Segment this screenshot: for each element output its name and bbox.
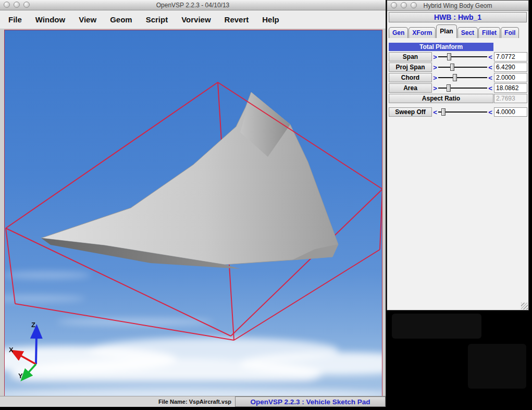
menu-vorview[interactable]: Vorview: [181, 15, 211, 24]
minimize-button[interactable]: [14, 2, 20, 8]
close-button[interactable]: [391, 2, 397, 8]
proj-span-slider[interactable]: [438, 63, 487, 71]
sweep-off-value-field[interactable]: [494, 107, 527, 117]
file-name-label: File Name: VspAircraft.vsp: [0, 396, 235, 407]
zoom-button[interactable]: [23, 2, 30, 8]
tab-sect[interactable]: Sect: [457, 27, 478, 38]
chord-label: Chord: [389, 73, 432, 82]
proj-span-increment-button[interactable]: <: [487, 64, 493, 71]
tab-bar: Gen XForm Plan Sect Fillet Foil: [389, 25, 528, 38]
area-decrement-button[interactable]: >: [432, 84, 438, 92]
minimize-button[interactable]: [401, 2, 407, 8]
menu-script[interactable]: Script: [146, 15, 168, 24]
main-window-title: OpenVSP 2.2.3 - 04/10/13: [0, 2, 386, 9]
planform-row-area: Area > <: [389, 83, 528, 93]
tab-plan[interactable]: Plan: [436, 24, 456, 38]
planform-row-chord: Chord > <: [389, 72, 528, 83]
tab-foil[interactable]: Foil: [501, 27, 519, 38]
area-label: Area: [389, 83, 432, 93]
slider-track[interactable]: [438, 88, 487, 89]
main-window: OpenVSP 2.2.3 - 04/10/13 File Window Vie…: [0, 0, 386, 407]
sweep-off-increment-button[interactable]: <: [487, 108, 493, 116]
chord-slider[interactable]: [438, 73, 487, 82]
slider-thumb[interactable]: [450, 64, 454, 71]
chord-increment-button[interactable]: <: [487, 74, 493, 82]
slider-track[interactable]: [438, 77, 487, 78]
slider-thumb[interactable]: [453, 74, 457, 81]
window-controls: [4, 2, 30, 8]
area-slider[interactable]: [438, 84, 487, 92]
slider-track[interactable]: [438, 111, 487, 113]
menu-file[interactable]: File: [8, 15, 22, 24]
viewport-3d[interactable]: Z X Y: [4, 30, 382, 396]
span-label: Span: [389, 52, 432, 61]
window-controls: [391, 2, 417, 8]
zoom-button[interactable]: [411, 2, 417, 8]
geom-titlebar[interactable]: Hybrid Wing Body Geom: [387, 1, 528, 11]
menu-view[interactable]: View: [79, 15, 96, 24]
proj-span-decrement-button[interactable]: >: [432, 64, 438, 71]
tab-gen[interactable]: Gen: [389, 27, 408, 38]
section-title-total-planform: Total Planform: [389, 43, 493, 51]
span-slider[interactable]: [438, 53, 487, 61]
background-shape: [392, 314, 481, 339]
resize-grip[interactable]: [521, 303, 528, 309]
slider-thumb[interactable]: [447, 84, 451, 92]
sweep-off-label: Sweep Off: [389, 107, 432, 117]
close-button[interactable]: [4, 2, 10, 8]
chord-value-field[interactable]: [494, 73, 527, 82]
planform-row-proj-span: Proj Span > <: [389, 62, 528, 72]
slider-track[interactable]: [438, 56, 487, 57]
axis-z-label: Z: [31, 321, 35, 329]
area-increment-button[interactable]: <: [487, 84, 493, 92]
menu-window[interactable]: Window: [35, 15, 65, 24]
area-value-field[interactable]: [494, 83, 527, 93]
proj-span-value-field[interactable]: [494, 63, 527, 72]
tab-xform[interactable]: XForm: [409, 27, 436, 38]
slider-thumb[interactable]: [447, 53, 451, 60]
status-bar: File Name: VspAircraft.vsp OpenVSP 2.2.3…: [0, 396, 386, 407]
app-status-box: OpenVSP 2.2.3 : Vehicle Sketch Pad: [235, 396, 386, 407]
menu-help[interactable]: Help: [262, 15, 279, 24]
axis-y-label: Y: [18, 372, 23, 380]
span-increment-button[interactable]: <: [487, 53, 493, 61]
menu-revert[interactable]: Revert: [225, 15, 249, 24]
main-titlebar[interactable]: OpenVSP 2.2.3 - 04/10/13: [0, 0, 386, 10]
planform-row-span: Span > <: [389, 52, 528, 62]
proj-span-label: Proj Span: [389, 63, 432, 72]
span-value-field[interactable]: [494, 52, 527, 61]
span-decrement-button[interactable]: >: [432, 53, 438, 61]
aspect-ratio-value-field: [494, 94, 527, 103]
sweep-off-decrement-button[interactable]: <: [432, 108, 438, 116]
menu-geom[interactable]: Geom: [110, 15, 132, 24]
aircraft-model[interactable]: [41, 92, 338, 269]
geom-window: Hybrid Wing Body Geom HWB : Hwb_1 Gen XF…: [387, 0, 529, 310]
tab-fillet[interactable]: Fillet: [478, 27, 500, 38]
planform-row-sweep-off: Sweep Off < <: [389, 107, 528, 117]
aspect-ratio-label: Aspect Ratio: [389, 94, 493, 103]
slider-track[interactable]: [438, 67, 487, 68]
slider-thumb[interactable]: [441, 108, 446, 116]
desktop: OpenVSP 2.2.3 - 04/10/13 File Window Vie…: [0, 0, 532, 410]
sweep-off-slider[interactable]: [438, 108, 487, 116]
planform-row-aspect-ratio: Aspect Ratio: [389, 93, 528, 104]
geom-name-header: HWB : Hwb_1: [389, 12, 527, 22]
chord-decrement-button[interactable]: >: [432, 74, 438, 82]
background-shape: [468, 344, 526, 389]
menu-bar: File Window View Geom Script Vorview Rev…: [0, 10, 386, 29]
axis-x-label: X: [9, 346, 14, 354]
